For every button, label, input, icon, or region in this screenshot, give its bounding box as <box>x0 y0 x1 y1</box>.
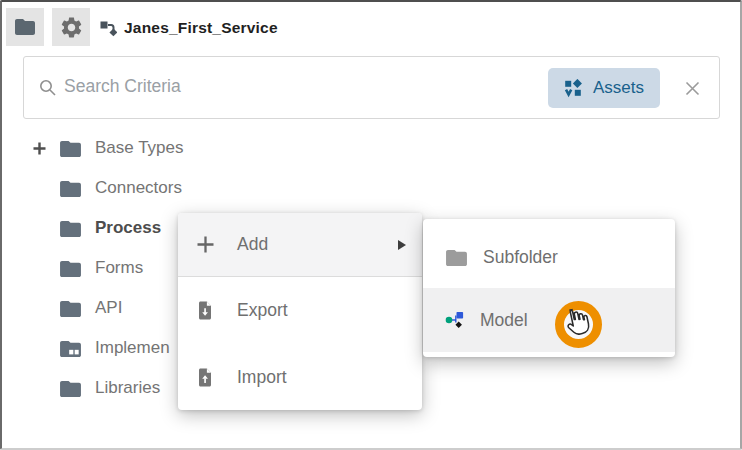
menu-item-export[interactable]: Export <box>178 277 422 344</box>
submenu-item-model[interactable]: Model <box>423 288 675 352</box>
tree-item-label: Libraries <box>95 378 160 398</box>
settings-button[interactable] <box>52 8 90 46</box>
service-model-icon <box>100 20 117 37</box>
tree-item-base-types[interactable]: Base Types <box>2 128 432 168</box>
gear-icon <box>59 15 84 40</box>
tree-item-label: Connectors <box>95 178 182 198</box>
app-window: Janes_First_Service Search Criteria Asse… <box>0 0 742 450</box>
menu-item-label: Import <box>237 367 287 388</box>
tree-item-label: Forms <box>95 258 143 278</box>
tree-item-label: Implemen <box>95 338 170 358</box>
implementation-folder-icon <box>59 339 82 358</box>
submenu-arrow-icon <box>398 240 406 250</box>
breadcrumb: Janes_First_Service <box>100 15 278 41</box>
menu-item-import[interactable]: Import <box>178 344 422 410</box>
close-icon[interactable] <box>684 80 701 97</box>
context-menu: Add Export <box>178 213 422 410</box>
expand-plus-icon[interactable] <box>32 141 59 156</box>
search-bar[interactable]: Search Criteria Assets <box>23 56 720 119</box>
file-upload-icon <box>194 367 216 388</box>
folder-icon <box>59 259 82 278</box>
tree-item-label: Process <box>95 218 161 238</box>
folder-icon <box>59 219 82 238</box>
model-diagram-icon <box>445 311 465 329</box>
tree-item-label: Base Types <box>95 138 184 158</box>
search-icon <box>39 79 57 97</box>
tree-item-connectors[interactable]: Connectors <box>2 168 432 208</box>
submenu-item-subfolder[interactable]: Subfolder <box>423 227 675 288</box>
folder-icon <box>59 379 82 398</box>
page-title: Janes_First_Service <box>124 19 278 37</box>
folder-icon <box>13 15 37 39</box>
folder-icon <box>59 299 82 318</box>
assets-icon <box>564 79 583 98</box>
menu-item-label: Add <box>237 234 268 255</box>
add-submenu: Subfolder Model <box>423 219 675 357</box>
assets-chip-label: Assets <box>593 78 644 98</box>
assets-filter-chip[interactable]: Assets <box>548 68 660 108</box>
subfolder-icon <box>445 248 468 267</box>
folder-icon <box>59 179 82 198</box>
submenu-item-label: Subfolder <box>483 247 558 268</box>
tree-item-label: API <box>95 298 122 318</box>
menu-item-add[interactable]: Add <box>178 213 422 276</box>
folder-button[interactable] <box>6 8 44 46</box>
plus-icon <box>194 235 216 254</box>
folder-icon <box>59 139 82 158</box>
file-download-icon <box>194 300 216 321</box>
menu-item-label: Export <box>237 300 288 321</box>
search-input-placeholder[interactable]: Search Criteria <box>64 76 181 97</box>
submenu-item-label: Model <box>480 310 528 331</box>
